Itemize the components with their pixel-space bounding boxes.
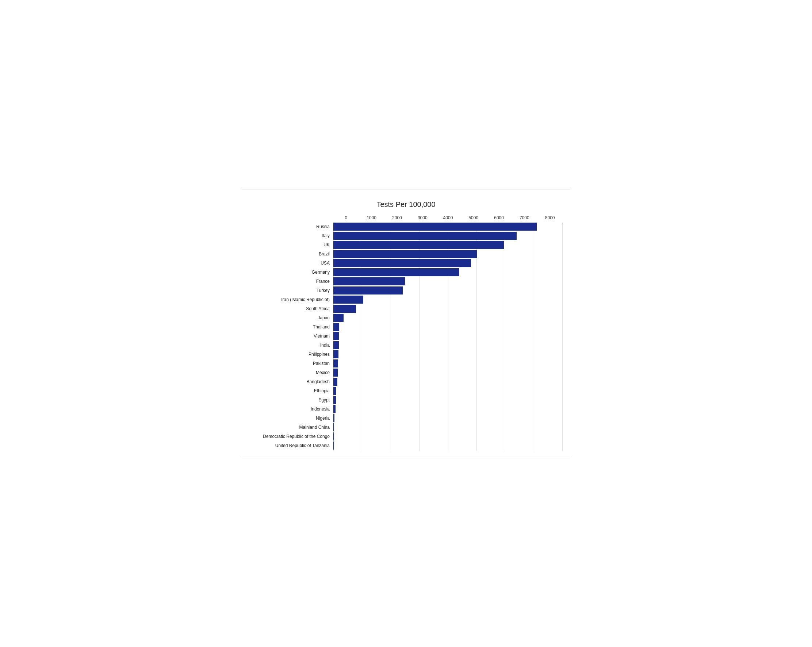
bar [333, 314, 343, 322]
bar-label: Vietnam [249, 333, 333, 339]
bar-row: Japan [249, 314, 563, 322]
bar-wrapper [333, 286, 563, 294]
bar [333, 323, 339, 331]
bar-row: India [249, 341, 563, 349]
bar-label: Indonesia [249, 406, 333, 412]
x-axis-label: 8000 [537, 215, 563, 221]
chart-container: Tests Per 100,000 0100020003000400050006… [242, 189, 570, 458]
bar [333, 277, 405, 285]
bar-wrapper [333, 323, 563, 331]
bar-wrapper [333, 332, 563, 340]
bar [333, 305, 356, 313]
bar [333, 350, 339, 358]
bar-wrapper [333, 277, 563, 285]
chart-title: Tests Per 100,000 [249, 200, 563, 209]
bar-label: Brazil [249, 251, 333, 257]
bar-label: Thailand [249, 324, 333, 329]
bar-row: Iran (Islamic Republic of) [249, 295, 563, 304]
bar [333, 341, 339, 349]
x-axis-label: 0 [333, 215, 359, 221]
bar [333, 432, 334, 440]
bar-label: Nigeria [249, 416, 333, 421]
bar [333, 241, 504, 249]
bar-row: Indonesia [249, 405, 563, 413]
bar-label: France [249, 279, 333, 284]
bar-label: Ethiopia [249, 388, 333, 393]
bar-wrapper [333, 359, 563, 367]
bar-wrapper [333, 350, 563, 358]
bar [333, 268, 459, 276]
bar-label: Iran (Islamic Republic of) [249, 297, 333, 302]
bar-row: Vietnam [249, 332, 563, 340]
bar [333, 259, 471, 267]
x-axis-label: 4000 [435, 215, 461, 221]
bar [333, 423, 334, 431]
bar-wrapper [333, 378, 563, 386]
bar-wrapper [333, 405, 563, 413]
bar-label: India [249, 343, 333, 348]
bar-row: Turkey [249, 286, 563, 294]
bar-label: Mexico [249, 370, 333, 375]
bar [333, 396, 336, 404]
bar-label: Bangladesh [249, 379, 333, 384]
bar-row: USA [249, 259, 563, 267]
bar-row: Germany [249, 268, 563, 276]
bar-row: Thailand [249, 323, 563, 331]
x-axis-label: 3000 [410, 215, 435, 221]
bar-wrapper [333, 314, 563, 322]
bar [333, 359, 338, 367]
bar-label: Germany [249, 269, 333, 275]
bar-row: Philippines [249, 350, 563, 358]
x-axis-label: 6000 [486, 215, 512, 221]
bar-row: Russia [249, 222, 563, 231]
bar-row: Mainland China [249, 423, 563, 431]
bar [333, 232, 517, 240]
bar-wrapper [333, 387, 563, 395]
bar-label: Mainland China [249, 425, 333, 430]
bar [333, 387, 336, 395]
bar-wrapper [333, 259, 563, 267]
bar [333, 378, 337, 386]
bar-row: South Africa [249, 305, 563, 313]
bar [333, 295, 363, 304]
bar-wrapper [333, 432, 563, 440]
bar-row: Pakistan [249, 359, 563, 367]
bar-label: Egypt [249, 397, 333, 402]
bar-wrapper [333, 368, 563, 377]
bar-label: Italy [249, 233, 333, 238]
bar [333, 368, 338, 377]
bar [333, 441, 334, 449]
bar-row: UK [249, 241, 563, 249]
x-axis-labels: 010002000300040005000600070008000 [333, 215, 563, 221]
bar-wrapper [333, 295, 563, 304]
bar-row: Nigeria [249, 414, 563, 422]
bar [333, 222, 537, 231]
bar-row: France [249, 277, 563, 285]
x-axis-label: 5000 [461, 215, 486, 221]
bars-section: RussiaItalyUKBrazilUSAGermanyFranceTurke… [249, 222, 563, 451]
bar-label: UK [249, 242, 333, 247]
bar-label: Pakistan [249, 361, 333, 366]
bar-label: Democratic Republic of the Congo [249, 434, 333, 439]
bar-row: Bangladesh [249, 378, 563, 386]
bar-row: Democratic Republic of the Congo [249, 432, 563, 440]
x-axis-label: 7000 [511, 215, 537, 221]
bar-row: Brazil [249, 250, 563, 258]
bar-wrapper [333, 305, 563, 313]
bar-label: Philippines [249, 352, 333, 357]
bar-row: Ethiopia [249, 387, 563, 395]
bar-row: Egypt [249, 396, 563, 404]
bar-wrapper [333, 396, 563, 404]
bar-wrapper [333, 241, 563, 249]
bar [333, 332, 339, 340]
bar-row: United Republic of Tanzania [249, 441, 563, 449]
x-axis-label: 1000 [359, 215, 385, 221]
bar-label: South Africa [249, 306, 333, 311]
bar [333, 250, 477, 258]
bar-wrapper [333, 441, 563, 449]
x-axis-label: 2000 [385, 215, 410, 221]
bar-wrapper [333, 222, 563, 231]
bar-wrapper [333, 414, 563, 422]
chart-area: 010002000300040005000600070008000 Russia… [249, 215, 563, 451]
bar-label: USA [249, 260, 333, 266]
